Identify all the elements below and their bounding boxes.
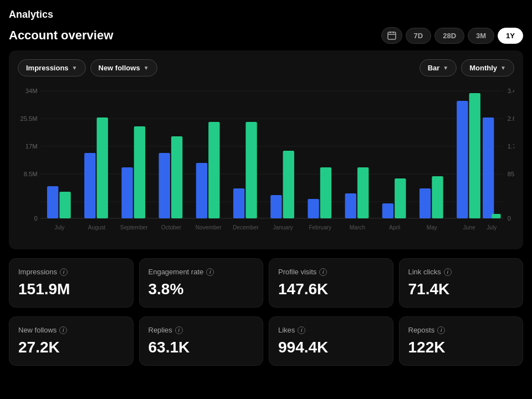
svg-rect-44: [345, 193, 356, 218]
svg-rect-20: [47, 186, 58, 218]
svg-text:August: August: [88, 224, 106, 231]
svg-rect-23: [84, 153, 95, 218]
filter-28d[interactable]: 28D: [434, 28, 464, 44]
svg-rect-53: [457, 101, 468, 218]
chevron-down-icon: ▼: [144, 65, 149, 71]
svg-text:May: May: [427, 224, 438, 231]
chart-type-dropdown[interactable]: Bar ▼: [420, 59, 457, 76]
chevron-down-icon: ▼: [72, 65, 78, 71]
filter-7d[interactable]: 7D: [406, 28, 432, 44]
metrics-top-row: Impressions i 151.9M Engagement rate i 3…: [0, 258, 532, 316]
svg-rect-57: [492, 214, 500, 218]
bar-chart: 34M 25.5M 17M 8.5M 0 3.4K 2.6K 1.7K 850 …: [18, 85, 514, 241]
svg-rect-21: [59, 192, 70, 218]
metric-new-follows: New follows i 27.2K: [9, 316, 134, 366]
info-icon[interactable]: i: [444, 268, 452, 276]
svg-text:2.6K: 2.6K: [508, 115, 514, 122]
svg-rect-39: [283, 151, 294, 218]
metric-reposts-value: 122K: [408, 339, 514, 356]
metric-impressions-label: Impressions i: [18, 268, 124, 276]
svg-rect-29: [159, 153, 170, 218]
svg-rect-56: [483, 117, 494, 218]
info-icon[interactable]: i: [319, 268, 327, 276]
metrics-bottom-row: New follows i 27.2K Replies i 63.1K Like…: [0, 316, 532, 375]
chevron-down-icon: ▼: [443, 65, 448, 71]
svg-text:April: April: [389, 224, 400, 231]
svg-rect-26: [121, 167, 132, 218]
metric-replies: Replies i 63.1K: [139, 316, 264, 366]
svg-rect-32: [196, 163, 207, 218]
svg-text:June: June: [463, 224, 475, 231]
svg-text:November: November: [196, 224, 222, 231]
svg-text:September: September: [120, 224, 148, 231]
metric-link-clicks-label: Link clicks i: [408, 268, 514, 276]
svg-rect-30: [171, 136, 182, 218]
svg-text:17M: 17M: [25, 143, 38, 150]
svg-rect-41: [308, 199, 319, 218]
svg-text:October: October: [161, 224, 182, 231]
info-icon[interactable]: i: [175, 326, 183, 334]
info-icon[interactable]: i: [437, 326, 445, 334]
svg-rect-42: [320, 167, 331, 218]
svg-text:1.7K: 1.7K: [508, 143, 514, 150]
metric-link-clicks: Link clicks i 71.4K: [399, 258, 524, 308]
period-dropdown[interactable]: Monthly ▼: [461, 59, 514, 76]
svg-rect-48: [395, 178, 406, 218]
info-icon[interactable]: i: [59, 326, 67, 334]
metric-engagement: Engagement rate i 3.8%: [139, 258, 264, 308]
info-icon[interactable]: i: [60, 268, 68, 276]
metric-impressions-value: 151.9M: [18, 280, 124, 298]
metric-replies-value: 63.1K: [149, 339, 254, 356]
chart-panel: Impressions ▼ New follows ▼ Bar ▼ Monthl…: [9, 50, 523, 249]
svg-rect-51: [432, 176, 443, 218]
chevron-down-icon: ▼: [500, 65, 506, 71]
metric-profile-visits-value: 147.6K: [278, 280, 384, 298]
svg-rect-27: [134, 126, 145, 218]
metric-new-follows-label: New follows i: [18, 326, 124, 334]
metric-likes: Likes i 994.4K: [269, 316, 393, 366]
svg-rect-38: [270, 195, 282, 218]
svg-text:December: December: [233, 224, 259, 231]
impressions-dropdown[interactable]: Impressions ▼: [18, 59, 86, 76]
metric-link-clicks-value: 71.4K: [408, 280, 514, 298]
svg-text:July: July: [487, 224, 497, 231]
metric-likes-label: Likes i: [278, 326, 384, 334]
filter-1y[interactable]: 1Y: [498, 28, 523, 44]
metric-impressions: Impressions i 151.9M: [9, 258, 134, 308]
svg-rect-35: [233, 188, 244, 218]
svg-text:3.4K: 3.4K: [508, 88, 514, 94]
metric-reposts-label: Reposts i: [408, 326, 514, 334]
info-icon[interactable]: i: [206, 268, 214, 276]
svg-text:8.5M: 8.5M: [24, 171, 38, 177]
metric-profile-visits-label: Profile visits i: [278, 268, 384, 276]
metric-engagement-value: 3.8%: [149, 280, 254, 298]
chart-controls: Impressions ▼ New follows ▼ Bar ▼ Monthl…: [18, 59, 514, 76]
time-filter-group: 7D 28D 3M 1Y: [381, 27, 523, 44]
svg-text:850: 850: [508, 171, 514, 177]
svg-text:January: January: [273, 224, 293, 231]
svg-rect-24: [97, 117, 108, 218]
new-follows-dropdown[interactable]: New follows ▼: [90, 59, 157, 76]
chart-area: 34M 25.5M 17M 8.5M 0 3.4K 2.6K 1.7K 850 …: [18, 85, 514, 241]
svg-rect-50: [420, 188, 431, 218]
metric-replies-label: Replies i: [149, 326, 254, 334]
svg-rect-33: [208, 122, 219, 218]
page-title: Account overview: [9, 28, 113, 43]
calendar-button[interactable]: [381, 27, 402, 44]
metric-reposts: Reposts i 122K: [399, 316, 524, 366]
metric-profile-visits: Profile visits i 147.6K: [269, 258, 393, 308]
metric-likes-value: 994.4K: [278, 339, 384, 356]
app-title: Analytics: [9, 9, 523, 21]
info-icon[interactable]: i: [298, 326, 305, 334]
svg-text:March: March: [350, 224, 365, 231]
svg-text:0: 0: [508, 215, 511, 222]
svg-rect-0: [388, 32, 396, 39]
svg-text:0: 0: [34, 215, 37, 222]
metric-new-follows-value: 27.2K: [18, 339, 124, 356]
svg-rect-54: [469, 93, 480, 218]
svg-rect-36: [245, 122, 257, 218]
svg-text:July: July: [54, 224, 65, 231]
svg-text:25.5M: 25.5M: [21, 115, 38, 122]
filter-3m[interactable]: 3M: [468, 28, 494, 44]
svg-rect-47: [382, 203, 393, 218]
